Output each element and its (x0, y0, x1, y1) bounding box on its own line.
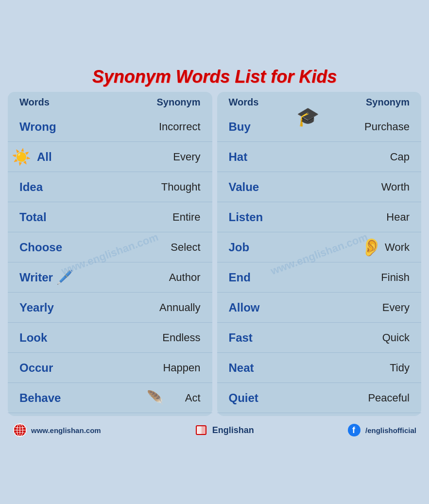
left-synonym-3: Entire (147, 211, 201, 224)
right-synonym-9: Peaceful (356, 392, 410, 404)
main-container: Synonym Words List for Kids Words Synony… (0, 59, 429, 445)
footer-brand: Englishan (194, 423, 254, 437)
left-word-9: Behave (19, 391, 73, 405)
right-word-row-2: Value Worth (217, 172, 422, 202)
right-word-row-4: Job 👂 Work (217, 232, 422, 262)
pen-icon: 🖊️ (56, 269, 73, 285)
quill-icon: 🪶 (147, 390, 164, 406)
footer-website: www.englishan.com (13, 423, 101, 437)
right-word-row-0: 🎓 Buy Purchase (217, 112, 422, 142)
left-synonym-2: Thought (147, 181, 201, 193)
grad-cap-icon: 🎓 (296, 106, 319, 127)
book-icon (194, 423, 208, 437)
right-word-0: Buy (229, 120, 282, 134)
left-synonym-0: Incorrect (147, 121, 201, 133)
globe-icon (13, 423, 27, 437)
columns-wrapper: Words Synonym Wrong Incorrect ☀️ All Eve… (8, 92, 421, 416)
right-word-9: Quiet (229, 391, 282, 405)
right-synonym-header: Synonym (366, 97, 410, 108)
left-col-header: Words Synonym (8, 95, 212, 112)
right-synonym-1: Cap (356, 151, 410, 163)
left-synonym-8: Happen (147, 362, 201, 374)
ear-icon: 👂 (360, 237, 382, 258)
footer-social: f /englishofficial (347, 423, 416, 437)
left-word-row-2: Idea Thought (8, 172, 212, 202)
left-synonym-1: Every (147, 151, 201, 163)
page-title: Synonym Words List for Kids (8, 67, 421, 87)
right-words-header: Words (229, 97, 259, 108)
website-text: www.englishan.com (31, 426, 101, 434)
left-word-row-6: Yearly Annually (8, 293, 212, 323)
left-word-row-8: Occur Happen (8, 353, 212, 383)
right-synonym-3: Hear (356, 211, 410, 224)
left-synonym-5: Author (147, 271, 201, 284)
right-synonym-7: Quick (356, 331, 410, 344)
right-word-row-3: Listen Hear (217, 202, 422, 232)
left-word-0: Wrong (19, 120, 73, 134)
left-synonym-4: Select (147, 241, 201, 254)
right-word-row-1: Hat Cap (217, 142, 422, 172)
left-word-row-3: Total Entire (8, 202, 212, 232)
right-synonym-8: Tidy (356, 362, 410, 374)
right-synonym-2: Worth (356, 181, 410, 193)
right-word-6: Allow (229, 301, 282, 314)
left-word-row-1: ☀️ All Every (8, 142, 212, 172)
left-word-row-7: Look Endless (8, 323, 212, 353)
footer: www.englishan.com Englishan f /englishof… (8, 423, 421, 437)
left-word-row-0: Wrong Incorrect (8, 112, 212, 142)
left-synonym-header: Synonym (156, 97, 200, 108)
left-word-4: Choose (19, 241, 73, 254)
right-word-2: Value (229, 180, 282, 194)
right-word-4: Job (229, 241, 282, 254)
brand-text: Englishan (212, 425, 254, 435)
right-synonym-6: Every (356, 301, 410, 314)
left-word-8: Occur (19, 361, 73, 375)
right-word-1: Hat (229, 150, 282, 164)
right-word-7: Fast (229, 331, 282, 345)
right-synonym-0: Purchase (356, 121, 410, 133)
right-word-row-6: Allow Every (217, 293, 422, 323)
left-words-header: Words (19, 97, 50, 108)
left-column-panel: Words Synonym Wrong Incorrect ☀️ All Eve… (8, 92, 212, 416)
right-word-3: Listen (229, 210, 282, 224)
left-word-2: Idea (19, 180, 73, 194)
left-word-row-5: 🖊️ Writer Author (8, 262, 212, 293)
left-word-3: Total (19, 210, 73, 224)
social-text: /englishofficial (365, 426, 416, 434)
right-word-row-9: Quiet Peaceful (217, 383, 422, 413)
right-synonym-5: Finish (356, 271, 410, 284)
right-word-row-7: Fast Quick (217, 323, 422, 353)
left-synonym-6: Annually (147, 301, 201, 314)
right-word-row-8: Neat Tidy (217, 353, 422, 383)
right-word-row-5: End Finish (217, 262, 422, 293)
right-word-8: Neat (229, 361, 282, 375)
svg-text:f: f (352, 425, 356, 435)
left-word-6: Yearly (19, 301, 73, 314)
facebook-icon: f (347, 423, 361, 437)
left-word-row-9: Behave 🪶 Act (8, 383, 212, 413)
right-word-5: End (229, 271, 282, 284)
sun-icon: ☀️ (12, 148, 31, 166)
left-word-row-4: Choose Select (8, 232, 212, 262)
left-word-7: Look (19, 331, 73, 345)
right-column-panel: Words Synonym 🎓 Buy Purchase Hat Cap Val… (217, 92, 422, 416)
left-synonym-7: Endless (147, 331, 201, 344)
